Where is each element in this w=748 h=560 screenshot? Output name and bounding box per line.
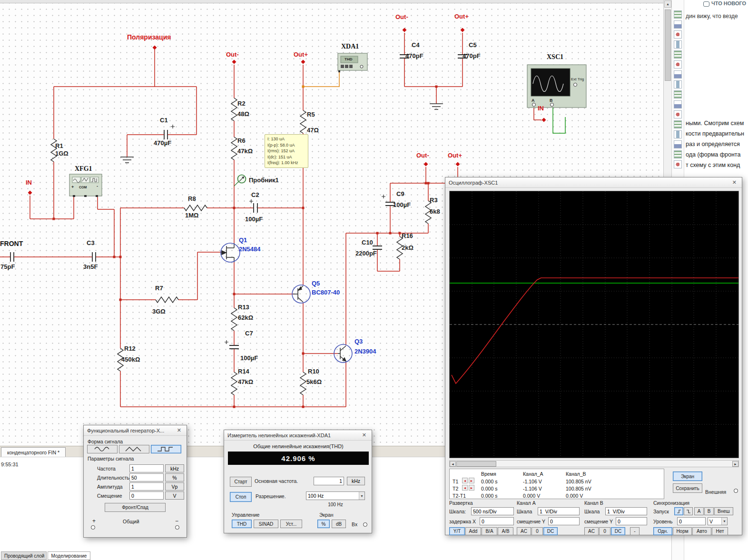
external-trigger-terminal[interactable] xyxy=(734,489,738,493)
edge-settings-button[interactable]: Фронт/Спад xyxy=(105,503,166,512)
val-C1[interactable]: 470µF xyxy=(154,139,171,147)
net-label-out-minus-3[interactable]: Out- xyxy=(416,152,429,159)
val-C10[interactable]: 2200pF xyxy=(355,250,377,257)
trigger-b-button[interactable]: B xyxy=(704,507,714,515)
val-R14[interactable]: 47kΩ xyxy=(238,378,253,385)
ref-XFG1[interactable]: XFG1 xyxy=(75,165,92,173)
channel-a-scale-input[interactable] xyxy=(538,507,580,515)
component-palette-icon[interactable] xyxy=(674,120,682,128)
t2-left-icon[interactable]: ◄ xyxy=(462,485,468,491)
net-label-out-plus-2[interactable]: Out+ xyxy=(454,13,469,20)
val-Q1[interactable]: 2N5484 xyxy=(239,246,261,253)
component-palette-icon[interactable] xyxy=(674,110,682,118)
ref-XDA1[interactable]: XDA1 xyxy=(341,43,359,50)
frequency-input[interactable] xyxy=(129,464,164,472)
save-button[interactable]: Сохранить xyxy=(673,483,702,493)
val-Q3[interactable]: 2N3904 xyxy=(354,348,376,355)
component-palette-icon[interactable] xyxy=(674,150,682,158)
val-R16[interactable]: 2kΩ xyxy=(402,244,413,251)
add-mode-button[interactable]: Add xyxy=(465,527,481,535)
net-label-out-plus-3[interactable]: Out+ xyxy=(448,152,462,159)
sinad-mode-button[interactable]: SINAD xyxy=(254,520,278,528)
val-R10[interactable]: 5k6Ω xyxy=(306,378,322,385)
duty-input[interactable] xyxy=(129,473,164,481)
channel-b-zero-button[interactable]: 0 xyxy=(599,527,610,535)
ref-Q3[interactable]: Q3 xyxy=(354,338,363,345)
settings-button[interactable]: Уст... xyxy=(280,520,302,528)
val-C2[interactable]: 100µF xyxy=(245,216,263,223)
scroll-right-icon[interactable]: ► xyxy=(732,461,738,467)
channel-a-zero-button[interactable]: 0 xyxy=(531,527,543,535)
channel-b-scale-input[interactable] xyxy=(605,507,647,515)
none-trigger-button[interactable]: Нет xyxy=(712,527,728,535)
val-R7[interactable]: 3GΩ xyxy=(152,308,166,315)
channel-a-offset-input[interactable] xyxy=(548,517,580,525)
val-C7[interactable]: 100µF xyxy=(240,354,258,362)
close-icon[interactable]: ✕ xyxy=(730,179,738,186)
ref-R13[interactable]: R13 xyxy=(238,304,249,311)
val-R1[interactable]: 1GΩ xyxy=(55,150,69,157)
transistor-circles[interactable] xyxy=(221,243,352,363)
component-palette-icon[interactable] xyxy=(674,50,682,59)
chevron-down-icon[interactable]: ▼ xyxy=(359,492,364,500)
ref-R14[interactable]: R14 xyxy=(238,368,249,375)
normal-trigger-button[interactable]: Норм xyxy=(673,527,692,535)
db-display-button[interactable]: dB xyxy=(332,520,346,528)
document-tab[interactable]: конденцаторного FIN * xyxy=(1,447,66,457)
trigger-level-input[interactable] xyxy=(677,517,706,525)
fundamental-freq-unit[interactable]: kHz xyxy=(347,477,365,485)
amplitude-input[interactable] xyxy=(129,482,164,491)
ref-C4[interactable]: C4 xyxy=(412,41,420,49)
square-wave-button[interactable] xyxy=(151,445,181,453)
window-titlebar[interactable]: Измеритель нелинейных искажений-XDA1 ✕ xyxy=(224,430,372,441)
ref-C7[interactable]: C7 xyxy=(245,330,253,337)
channel-b-ac-button[interactable]: AC xyxy=(584,527,599,535)
yt-mode-button[interactable]: Y/T xyxy=(449,527,465,535)
ref-R10[interactable]: R10 xyxy=(308,368,319,375)
val-R12[interactable]: 450kΩ xyxy=(121,356,140,363)
net-label-out-minus-1[interactable]: Out- xyxy=(226,51,239,58)
ref-XSC1[interactable]: XSC1 xyxy=(547,53,563,61)
stop-button[interactable]: Стоп xyxy=(230,492,252,502)
timebase-scale-input[interactable] xyxy=(471,507,514,515)
val-C5[interactable]: 470pF xyxy=(463,52,481,59)
scope-horizontal-scrollbar[interactable]: ◄ ► xyxy=(449,460,739,467)
offset-input[interactable] xyxy=(129,491,164,500)
resolution-select[interactable]: 100 Hz ▼ xyxy=(306,491,365,500)
triangle-wave-button[interactable] xyxy=(119,445,149,453)
channel-b-invert-button[interactable]: - xyxy=(630,527,640,535)
fundamental-freq-input[interactable] xyxy=(314,477,344,485)
ref-C10[interactable]: C10 xyxy=(362,239,373,246)
plus-terminal[interactable] xyxy=(91,525,95,530)
val-R2[interactable]: 48Ω xyxy=(237,110,249,118)
ref-Q1[interactable]: Q1 xyxy=(239,236,247,244)
trigger-level-unit-select[interactable]: V ▼ xyxy=(708,517,728,525)
frequency-unit[interactable]: kHz xyxy=(165,464,184,472)
thd-meter-window[interactable]: Измеритель нелинейных искажений-XDA1 ✕ О… xyxy=(224,430,372,533)
val-R6[interactable]: 47kΩ xyxy=(237,147,253,155)
xsc1-instrument-icon[interactable] xyxy=(527,65,586,108)
net-label-out-plus-1[interactable]: Out+ xyxy=(294,51,308,58)
net-label-in-2[interactable]: IN xyxy=(538,105,544,112)
trigger-ext-button[interactable]: Внеш xyxy=(714,507,733,515)
ab-mode-button[interactable]: A/B xyxy=(498,527,513,535)
ref-C2[interactable]: C2 xyxy=(251,191,259,198)
scrollbar-thumb[interactable] xyxy=(456,461,496,467)
ba-mode-button[interactable]: B/A xyxy=(482,527,497,535)
channel-a-dc-button[interactable]: DC xyxy=(543,527,558,535)
ref-R12[interactable]: R12 xyxy=(124,345,136,352)
channel-b-dc-button[interactable]: DC xyxy=(611,527,625,535)
falling-edge-button[interactable] xyxy=(684,507,693,515)
screen-button[interactable]: Экран xyxy=(673,472,702,481)
whats-new-label[interactable]: ЧТО НОВОГО xyxy=(711,0,746,6)
window-titlebar[interactable]: Осциллограф-XSC1 ✕ xyxy=(445,177,742,188)
ref-R8[interactable]: R8 xyxy=(188,195,196,202)
ref-R1[interactable]: R1 xyxy=(55,142,63,149)
val-C4[interactable]: 470pF xyxy=(405,52,423,59)
component-palette-icon[interactable] xyxy=(674,40,682,49)
component-palette-icon[interactable] xyxy=(674,130,682,138)
trigger-a-button[interactable]: A xyxy=(694,507,704,515)
sine-wave-button[interactable] xyxy=(87,445,118,453)
chevron-down-icon[interactable]: ▼ xyxy=(721,518,727,525)
ref-C5[interactable]: C5 xyxy=(469,41,477,49)
